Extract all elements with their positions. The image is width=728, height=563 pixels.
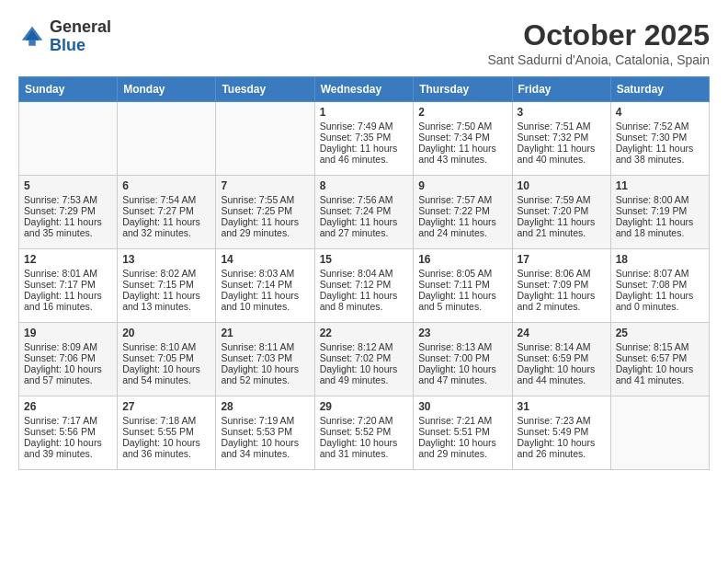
calendar-cell: 28Sunrise: 7:19 AMSunset: 5:53 PMDayligh… bbox=[216, 396, 314, 470]
calendar-cell: 22Sunrise: 8:12 AMSunset: 7:02 PMDayligh… bbox=[314, 323, 414, 396]
day-content: Sunset: 7:24 PM bbox=[320, 205, 409, 216]
day-content: Daylight: 11 hours and 43 minutes. bbox=[418, 143, 506, 165]
day-content: Sunrise: 7:21 AM bbox=[418, 415, 506, 426]
subtitle: Sant Sadurni d'Anoia, Catalonia, Spain bbox=[487, 52, 710, 67]
day-content: Sunset: 7:11 PM bbox=[418, 279, 506, 290]
day-number: 17 bbox=[518, 253, 606, 266]
day-content: Sunrise: 7:54 AM bbox=[122, 194, 210, 205]
day-content: Sunset: 7:03 PM bbox=[221, 352, 309, 363]
calendar-cell bbox=[118, 102, 216, 176]
day-number: 22 bbox=[320, 327, 409, 339]
logo-general: General bbox=[50, 18, 111, 37]
day-content: Daylight: 11 hours and 2 minutes. bbox=[518, 290, 606, 312]
calendar-cell bbox=[610, 396, 709, 470]
day-content: Sunrise: 7:50 AM bbox=[418, 121, 506, 132]
day-number: 9 bbox=[418, 179, 506, 192]
day-content: Sunset: 7:27 PM bbox=[122, 205, 210, 216]
day-number: 21 bbox=[221, 327, 309, 339]
day-content: Sunrise: 8:15 AM bbox=[616, 341, 704, 352]
day-content: Daylight: 10 hours and 41 minutes. bbox=[616, 363, 704, 385]
day-content: Daylight: 11 hours and 24 minutes. bbox=[418, 216, 506, 238]
day-content: Sunrise: 7:56 AM bbox=[320, 194, 409, 205]
calendar-cell: 16Sunrise: 8:05 AMSunset: 7:11 PMDayligh… bbox=[414, 249, 512, 323]
day-number: 16 bbox=[418, 253, 506, 266]
day-number: 18 bbox=[616, 253, 704, 266]
day-number: 27 bbox=[122, 400, 210, 413]
day-content: Sunrise: 8:04 AM bbox=[320, 268, 409, 279]
day-content: Sunset: 5:51 PM bbox=[418, 426, 506, 437]
day-content: Sunrise: 8:02 AM bbox=[122, 268, 210, 279]
day-number: 1 bbox=[320, 106, 409, 119]
day-content: Sunset: 7:06 PM bbox=[24, 352, 112, 363]
calendar-cell: 27Sunrise: 7:18 AMSunset: 5:55 PMDayligh… bbox=[118, 396, 216, 470]
day-number: 11 bbox=[616, 179, 704, 192]
day-header-wednesday: Wednesday bbox=[314, 77, 414, 102]
day-content: Sunset: 6:57 PM bbox=[616, 352, 704, 363]
day-content: Sunrise: 7:51 AM bbox=[518, 121, 606, 132]
day-content: Sunrise: 7:59 AM bbox=[518, 194, 606, 205]
day-content: Sunset: 5:49 PM bbox=[518, 426, 606, 437]
day-content: Daylight: 11 hours and 35 minutes. bbox=[24, 216, 112, 238]
day-content: Sunset: 7:08 PM bbox=[616, 279, 704, 290]
day-content: Sunrise: 7:18 AM bbox=[122, 415, 210, 426]
day-number: 7 bbox=[221, 179, 309, 192]
day-number: 13 bbox=[122, 253, 210, 266]
day-number: 29 bbox=[320, 400, 409, 413]
logo-text: General Blue bbox=[50, 18, 111, 55]
calendar-week-row: 19Sunrise: 8:09 AMSunset: 7:06 PMDayligh… bbox=[19, 323, 710, 396]
day-content: Daylight: 10 hours and 39 minutes. bbox=[24, 437, 112, 459]
day-content: Daylight: 10 hours and 34 minutes. bbox=[221, 437, 309, 459]
calendar-cell: 5Sunrise: 7:53 AMSunset: 7:29 PMDaylight… bbox=[19, 176, 118, 249]
day-content: Sunrise: 7:17 AM bbox=[24, 415, 112, 426]
day-header-tuesday: Tuesday bbox=[216, 77, 314, 102]
days-header-row: SundayMondayTuesdayWednesdayThursdayFrid… bbox=[19, 77, 710, 102]
day-content: Sunrise: 7:55 AM bbox=[221, 194, 309, 205]
day-content: Daylight: 10 hours and 57 minutes. bbox=[24, 363, 112, 385]
calendar-cell: 12Sunrise: 8:01 AMSunset: 7:17 PMDayligh… bbox=[19, 249, 118, 323]
day-content: Sunrise: 8:06 AM bbox=[518, 268, 606, 279]
day-content: Daylight: 11 hours and 21 minutes. bbox=[518, 216, 606, 238]
calendar-cell: 17Sunrise: 8:06 AMSunset: 7:09 PMDayligh… bbox=[512, 249, 610, 323]
day-content: Sunrise: 8:14 AM bbox=[518, 341, 606, 352]
day-content: Daylight: 10 hours and 29 minutes. bbox=[418, 437, 506, 459]
day-content: Daylight: 11 hours and 27 minutes. bbox=[320, 216, 409, 238]
calendar-cell: 9Sunrise: 7:57 AMSunset: 7:22 PMDaylight… bbox=[414, 176, 512, 249]
day-content: Sunset: 7:34 PM bbox=[418, 132, 506, 143]
day-number: 23 bbox=[418, 327, 506, 339]
calendar-cell: 21Sunrise: 8:11 AMSunset: 7:03 PMDayligh… bbox=[216, 323, 314, 396]
calendar-cell bbox=[216, 102, 314, 176]
calendar-cell: 13Sunrise: 8:02 AMSunset: 7:15 PMDayligh… bbox=[118, 249, 216, 323]
day-content: Sunset: 7:32 PM bbox=[518, 132, 606, 143]
day-header-friday: Friday bbox=[512, 77, 610, 102]
day-number: 14 bbox=[221, 253, 309, 266]
day-content: Sunrise: 8:01 AM bbox=[24, 268, 112, 279]
calendar-cell: 29Sunrise: 7:20 AMSunset: 5:52 PMDayligh… bbox=[314, 396, 414, 470]
day-content: Sunset: 7:05 PM bbox=[122, 352, 210, 363]
day-content: Sunrise: 7:19 AM bbox=[221, 415, 309, 426]
day-number: 28 bbox=[221, 400, 309, 413]
day-content: Sunset: 7:15 PM bbox=[122, 279, 210, 290]
day-number: 20 bbox=[122, 327, 210, 339]
day-content: Sunset: 7:20 PM bbox=[518, 205, 606, 216]
day-number: 2 bbox=[418, 106, 506, 119]
day-number: 8 bbox=[320, 179, 409, 192]
day-number: 3 bbox=[518, 106, 606, 119]
calendar-cell: 26Sunrise: 7:17 AMSunset: 5:56 PMDayligh… bbox=[19, 396, 118, 470]
day-content: Sunrise: 7:52 AM bbox=[616, 121, 704, 132]
day-number: 6 bbox=[122, 179, 210, 192]
day-content: Sunset: 5:55 PM bbox=[122, 426, 210, 437]
day-content: Sunrise: 8:13 AM bbox=[418, 341, 506, 352]
day-content: Sunset: 7:02 PM bbox=[320, 352, 409, 363]
day-number: 10 bbox=[518, 179, 606, 192]
day-content: Sunrise: 8:03 AM bbox=[221, 268, 309, 279]
day-content: Daylight: 10 hours and 31 minutes. bbox=[320, 437, 409, 459]
calendar-table: SundayMondayTuesdayWednesdayThursdayFrid… bbox=[18, 76, 710, 470]
calendar-cell: 25Sunrise: 8:15 AMSunset: 6:57 PMDayligh… bbox=[610, 323, 709, 396]
day-number: 26 bbox=[24, 400, 112, 413]
calendar-cell: 6Sunrise: 7:54 AMSunset: 7:27 PMDaylight… bbox=[118, 176, 216, 249]
day-header-sunday: Sunday bbox=[19, 77, 118, 102]
calendar-cell: 1Sunrise: 7:49 AMSunset: 7:35 PMDaylight… bbox=[314, 102, 414, 176]
day-content: Sunrise: 7:57 AM bbox=[418, 194, 506, 205]
calendar-cell: 2Sunrise: 7:50 AMSunset: 7:34 PMDaylight… bbox=[414, 102, 512, 176]
calendar-cell: 14Sunrise: 8:03 AMSunset: 7:14 PMDayligh… bbox=[216, 249, 314, 323]
